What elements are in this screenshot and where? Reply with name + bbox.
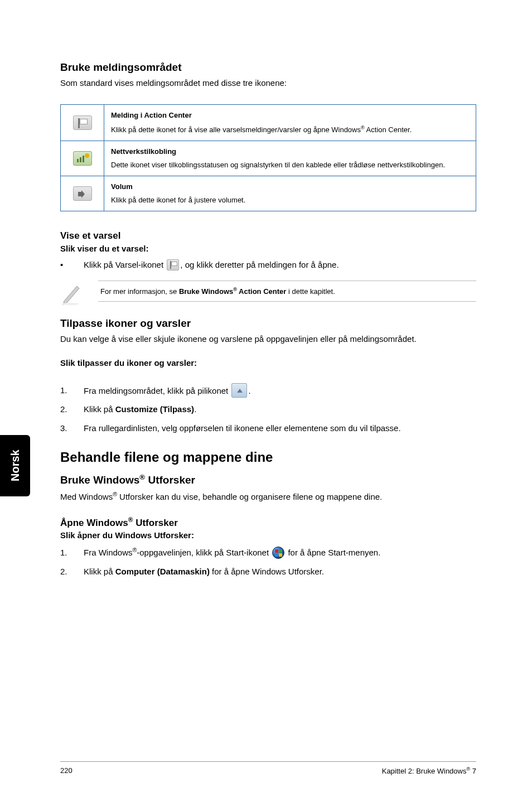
list-item: Fra meldingsområdet, klikk på pilikonet … — [60, 383, 476, 398]
row-title: Nettverkstilkobling — [111, 147, 469, 157]
intro-meldingsomradet: Som standard vises meldingsområdet med d… — [60, 77, 476, 89]
svg-point-0 — [61, 303, 79, 305]
table-desc-cell: Volum Klikk på dette ikonet for å juster… — [104, 176, 476, 211]
steps-tilpasse: Fra meldingsområdet, klikk på pilikonet … — [60, 383, 476, 436]
windows-start-orb-icon — [272, 547, 284, 559]
heading-tilpasse: Tilpasse ikoner og varsler — [60, 317, 476, 330]
list-item: Fra rullegardinlisten, velg oppførselen … — [60, 421, 476, 436]
intro-tilpasse: Du kan velge å vise eller skjule ikonene… — [60, 333, 476, 345]
page-number: 220 — [60, 766, 72, 775]
note-text: For mer informasjon, se Bruke Windows® A… — [98, 281, 476, 302]
note-block: For mer informasjon, se Bruke Windows® A… — [60, 281, 476, 305]
icon-cell — [61, 105, 104, 141]
notification-icons-table: Melding i Action Center Klikk på dette i… — [60, 104, 476, 211]
row-desc: Klikk på dette ikonet for å justere volu… — [111, 196, 245, 204]
heading-meldingsomradet: Bruke meldingsområdet — [60, 61, 476, 74]
icon-cell — [61, 141, 104, 176]
intro-utforsker: Med Windows® Utforsker kan du vise, beha… — [60, 490, 476, 503]
sub-vise-varsel: Slik viser du et varsel: — [60, 244, 476, 253]
heading-behandle-filer: Behandle filene og mappene dine — [60, 450, 476, 465]
list-item: Klikk på Customize (Tilpass). — [60, 402, 476, 417]
row-title: Volum — [111, 182, 469, 192]
list-item: Fra Windows®-oppgavelinjen, klikk på Sta… — [60, 545, 476, 560]
chapter-label: Kapittel 2: Bruke Windows® 7 — [382, 766, 476, 775]
pen-note-icon — [60, 281, 83, 305]
page-footer: 220 Kapittel 2: Bruke Windows® 7 — [60, 761, 476, 775]
table-desc-cell: Melding i Action Center Klikk på dette i… — [104, 105, 476, 141]
arrow-up-icon — [231, 383, 247, 398]
heading-apne-utforsker: Åpne Windows® Utforsker — [60, 516, 476, 529]
row-desc: Klikk på dette ikonet for å vise alle va… — [111, 125, 412, 134]
heading-vise-varsel: Vise et varsel — [60, 230, 476, 241]
table-desc-cell: Nettverkstilkobling Dette ikonet viser t… — [104, 141, 476, 176]
table-row: Melding i Action Center Klikk på dette i… — [61, 105, 476, 141]
heading-bruke-utforsker: Bruke Windows® Utforsker — [60, 473, 476, 486]
row-title: Melding i Action Center — [111, 110, 469, 120]
steps-apne: Fra Windows®-oppgavelinjen, klikk på Sta… — [60, 545, 476, 578]
row-desc: Dette ikonet viser tilkoblingsstatusen o… — [111, 161, 445, 169]
flag-icon — [167, 259, 179, 270]
bullet-varsel: •Klikk på Varsel-ikonet , og klikk deret… — [60, 259, 476, 272]
icon-cell — [61, 176, 104, 211]
action-center-flag-icon — [73, 115, 92, 130]
network-signal-icon — [73, 151, 92, 166]
volume-speaker-icon — [73, 186, 92, 201]
table-row: Volum Klikk på dette ikonet for å juster… — [61, 176, 476, 211]
list-item: Klikk på Computer (Datamaskin) for å åpn… — [60, 564, 476, 579]
table-row: Nettverkstilkobling Dette ikonet viser t… — [61, 141, 476, 176]
sub-apne-utforsker: Slik åpner du Windows Utforsker: — [60, 530, 476, 540]
sub-tilpasse: Slik tilpasser du ikoner og varsler: — [60, 358, 476, 368]
